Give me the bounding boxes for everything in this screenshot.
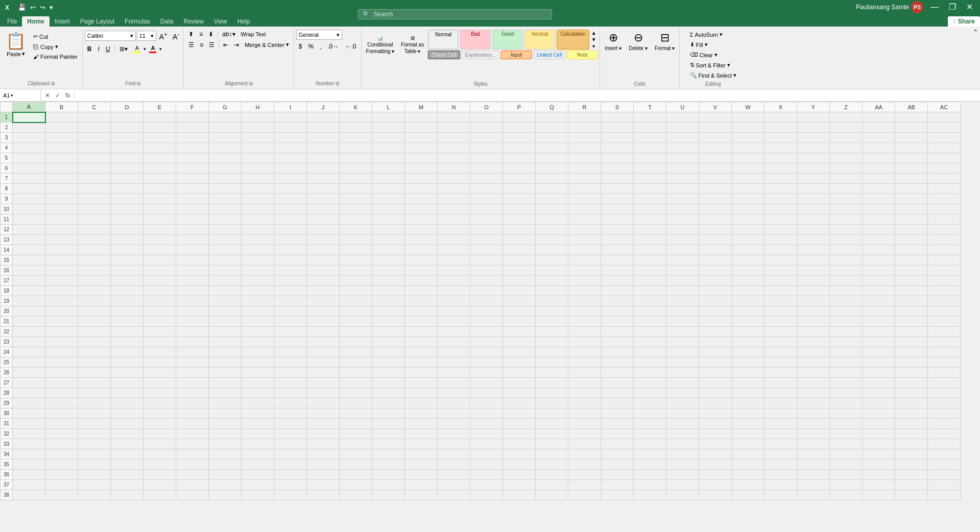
- cell-D18[interactable]: [111, 286, 144, 296]
- cell-Z8[interactable]: [830, 184, 863, 194]
- cell-W26[interactable]: [732, 368, 764, 378]
- cell-L18[interactable]: [372, 286, 405, 296]
- cell-O19[interactable]: [470, 296, 503, 306]
- cell-O18[interactable]: [470, 286, 503, 296]
- cell-H26[interactable]: [242, 368, 274, 378]
- cell-V31[interactable]: [699, 419, 732, 429]
- cell-AB35[interactable]: [895, 460, 928, 470]
- cell-E38[interactable]: [144, 490, 176, 500]
- cell-U22[interactable]: [666, 327, 699, 337]
- cell-U27[interactable]: [666, 378, 699, 388]
- cell-P27[interactable]: [503, 378, 536, 388]
- cell-Z36[interactable]: [830, 470, 863, 480]
- cell-I27[interactable]: [274, 378, 307, 388]
- cell-T21[interactable]: [634, 317, 666, 327]
- cell-G16[interactable]: [209, 265, 242, 276]
- cell-AA10[interactable]: [863, 204, 895, 214]
- align-right-button[interactable]: ☰: [206, 40, 217, 50]
- cell-R28[interactable]: [568, 388, 601, 398]
- cell-H12[interactable]: [242, 225, 274, 235]
- cell-AB37[interactable]: [895, 480, 928, 490]
- style-bad[interactable]: Bad: [460, 30, 491, 50]
- cell-U15[interactable]: [666, 255, 699, 265]
- cell-X16[interactable]: [764, 265, 797, 276]
- cell-A26[interactable]: [13, 368, 45, 378]
- cell-A12[interactable]: [13, 225, 45, 235]
- cell-L29[interactable]: [372, 398, 405, 408]
- cell-E22[interactable]: [144, 327, 176, 337]
- tab-help[interactable]: Help: [232, 16, 255, 27]
- cell-N2[interactable]: [438, 123, 470, 133]
- decrease-font-size-button[interactable]: A-: [171, 30, 181, 42]
- cell-O24[interactable]: [470, 347, 503, 357]
- cell-B9[interactable]: [45, 194, 78, 204]
- cell-B20[interactable]: [45, 306, 78, 317]
- cell-AC4[interactable]: [928, 143, 961, 153]
- cell-K24[interactable]: [340, 347, 372, 357]
- cell-E9[interactable]: [144, 194, 176, 204]
- cell-G30[interactable]: [209, 408, 242, 419]
- cell-V13[interactable]: [699, 235, 732, 245]
- cell-AC24[interactable]: [928, 347, 961, 357]
- cell-Z34[interactable]: [830, 449, 863, 460]
- cell-F32[interactable]: [176, 429, 209, 439]
- format-painter-button[interactable]: 🖌 Format Painter: [31, 52, 80, 61]
- cell-B24[interactable]: [45, 347, 78, 357]
- cell-S4[interactable]: [601, 143, 634, 153]
- cell-M15[interactable]: [405, 255, 438, 265]
- cell-Y8[interactable]: [797, 184, 830, 194]
- cell-H9[interactable]: [242, 194, 274, 204]
- cell-G1[interactable]: [209, 112, 242, 123]
- borders-button[interactable]: ⊞▾: [117, 44, 130, 54]
- cell-T23[interactable]: [634, 337, 666, 347]
- cell-P13[interactable]: [503, 235, 536, 245]
- cell-I13[interactable]: [274, 235, 307, 245]
- cell-A32[interactable]: [13, 429, 45, 439]
- cell-K16[interactable]: [340, 265, 372, 276]
- cell-O32[interactable]: [470, 429, 503, 439]
- cell-T4[interactable]: [634, 143, 666, 153]
- cell-P25[interactable]: [503, 357, 536, 368]
- cell-C22[interactable]: [78, 327, 111, 337]
- cell-W13[interactable]: [732, 235, 764, 245]
- cell-P2[interactable]: [503, 123, 536, 133]
- cell-I10[interactable]: [274, 204, 307, 214]
- cell-A10[interactable]: [13, 204, 45, 214]
- cell-I36[interactable]: [274, 470, 307, 480]
- cell-B26[interactable]: [45, 368, 78, 378]
- col-header-S[interactable]: S: [601, 102, 634, 112]
- cell-N25[interactable]: [438, 357, 470, 368]
- cell-Q21[interactable]: [536, 317, 568, 327]
- cell-AC5[interactable]: [928, 153, 961, 163]
- cell-Z31[interactable]: [830, 419, 863, 429]
- cell-C9[interactable]: [78, 194, 111, 204]
- cell-B16[interactable]: [45, 265, 78, 276]
- cell-F7[interactable]: [176, 174, 209, 184]
- cell-T36[interactable]: [634, 470, 666, 480]
- bold-button[interactable]: B: [85, 44, 94, 54]
- restore-button[interactable]: ❐: [946, 2, 959, 12]
- cell-J33[interactable]: [307, 439, 340, 449]
- cell-W6[interactable]: [732, 163, 764, 174]
- cut-button[interactable]: ✂ Cut: [31, 32, 80, 41]
- cell-Q13[interactable]: [536, 235, 568, 245]
- cell-O25[interactable]: [470, 357, 503, 368]
- cell-A14[interactable]: [13, 245, 45, 255]
- cell-Q8[interactable]: [536, 184, 568, 194]
- cell-C27[interactable]: [78, 378, 111, 388]
- cell-S26[interactable]: [601, 368, 634, 378]
- cell-AB12[interactable]: [895, 225, 928, 235]
- cell-E7[interactable]: [144, 174, 176, 184]
- cell-Q36[interactable]: [536, 470, 568, 480]
- cell-T19[interactable]: [634, 296, 666, 306]
- cell-M11[interactable]: [405, 214, 438, 225]
- cell-U28[interactable]: [666, 388, 699, 398]
- cell-R5[interactable]: [568, 153, 601, 163]
- cell-P35[interactable]: [503, 460, 536, 470]
- cell-V7[interactable]: [699, 174, 732, 184]
- cell-W2[interactable]: [732, 123, 764, 133]
- cell-G21[interactable]: [209, 317, 242, 327]
- cell-K5[interactable]: [340, 153, 372, 163]
- cell-N22[interactable]: [438, 327, 470, 337]
- cell-W14[interactable]: [732, 245, 764, 255]
